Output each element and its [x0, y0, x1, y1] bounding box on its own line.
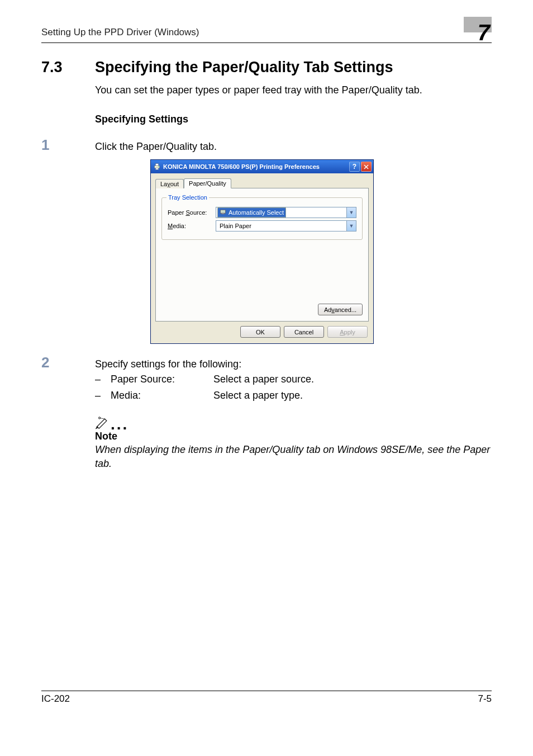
- printer-icon: [153, 163, 161, 171]
- note-text: When displaying the items in the Paper/Q…: [95, 443, 492, 471]
- step-2: 2 Specify settings for the following:: [41, 354, 492, 371]
- footer-left: IC-202: [41, 693, 70, 705]
- svg-rect-4: [221, 210, 226, 213]
- media-label: Media:: [168, 223, 212, 229]
- svg-rect-1: [155, 164, 158, 166]
- subitem-paper-source: – Paper Source: Select a paper source.: [95, 371, 492, 388]
- dialog-button-row: OK Cancel Apply: [155, 322, 369, 339]
- svg-rect-2: [155, 168, 158, 170]
- subitem-paper-source-desc: Select a paper source.: [213, 371, 314, 388]
- media-value: Plain Paper: [217, 223, 251, 229]
- footer-right: 7-5: [478, 693, 492, 705]
- step-2-text: Specify settings for the following:: [95, 358, 492, 370]
- chevron-down-icon: ▼: [346, 221, 356, 231]
- subitem-media-label: Media:: [111, 388, 206, 404]
- tray-selection-group: Tray Selection Paper Source: Automatical…: [161, 197, 363, 240]
- subitem-media-desc: Select a paper type.: [213, 388, 303, 404]
- sub-heading: Specifying Settings: [95, 112, 492, 126]
- section-title: Specifying the Paper/Quality Tab Setting…: [95, 59, 393, 76]
- dialog-title: KONICA MINOLTA 750/600 PS(P) Printing Pr…: [163, 163, 347, 170]
- paper-source-value: Automatically Select: [229, 209, 284, 216]
- dialog-help-button[interactable]: ?: [349, 162, 360, 172]
- bullet-dash: –: [95, 371, 103, 388]
- running-header: Setting Up the PPD Driver (Windows) 7: [41, 23, 492, 43]
- advanced-button[interactable]: Advanced...: [318, 304, 363, 315]
- paper-source-label: Paper Source:: [168, 209, 212, 216]
- dialog-close-button[interactable]: [361, 162, 372, 172]
- dialog-titlebar: KONICA MINOLTA 750/600 PS(P) Printing Pr…: [151, 160, 373, 173]
- note-block: ... Note When displaying the items in th…: [95, 416, 492, 471]
- section-heading: 7.3 Specifying the Paper/Quality Tab Set…: [41, 59, 492, 76]
- step-1-text: Click the Paper/Quality tab.: [95, 141, 492, 153]
- section-intro: You can set the paper types or paper fee…: [95, 83, 492, 97]
- section-number: 7.3: [41, 59, 79, 76]
- tab-layout[interactable]: Layout: [155, 179, 184, 189]
- tab-paper-quality[interactable]: Paper/Quality: [184, 178, 231, 188]
- step-2-number: 2: [41, 354, 79, 371]
- tab-paper-quality-label: Paper/Quality: [189, 180, 226, 187]
- tabstrip: Layout Paper/Quality: [155, 178, 369, 188]
- svg-point-3: [158, 166, 159, 167]
- note-label: Note: [95, 431, 492, 442]
- tray-selection-legend: Tray Selection: [166, 194, 209, 201]
- paper-source-combo[interactable]: Automatically Select ▼: [216, 207, 356, 218]
- media-combo[interactable]: Plain Paper ▼: [216, 220, 356, 231]
- tab-layout-label: Layout: [160, 181, 179, 187]
- subitem-media: – Media: Select a paper type.: [95, 388, 492, 404]
- step-1: 1 Click the Paper/Quality tab.: [41, 136, 492, 154]
- step-2-subitems: – Paper Source: Select a paper source. –…: [95, 371, 492, 404]
- subitem-paper-source-label: Paper Source:: [111, 371, 206, 388]
- cancel-button[interactable]: Cancel: [284, 326, 324, 338]
- auto-select-icon: [220, 209, 226, 216]
- bullet-dash: –: [95, 388, 103, 404]
- ok-button[interactable]: OK: [240, 326, 280, 338]
- page-footer: IC-202 7-5: [41, 691, 492, 705]
- pen-icon: [95, 416, 111, 429]
- printing-preferences-dialog: KONICA MINOLTA 750/600 PS(P) Printing Pr…: [150, 159, 492, 344]
- step-1-number: 1: [41, 136, 79, 154]
- note-dots-icon: ...: [111, 420, 129, 429]
- chevron-down-icon: ▼: [346, 207, 356, 218]
- svg-rect-5: [221, 213, 225, 214]
- running-title: Setting Up the PPD Driver (Windows): [41, 27, 199, 38]
- chapter-number: 7: [478, 23, 492, 41]
- apply-button[interactable]: Apply: [327, 326, 368, 338]
